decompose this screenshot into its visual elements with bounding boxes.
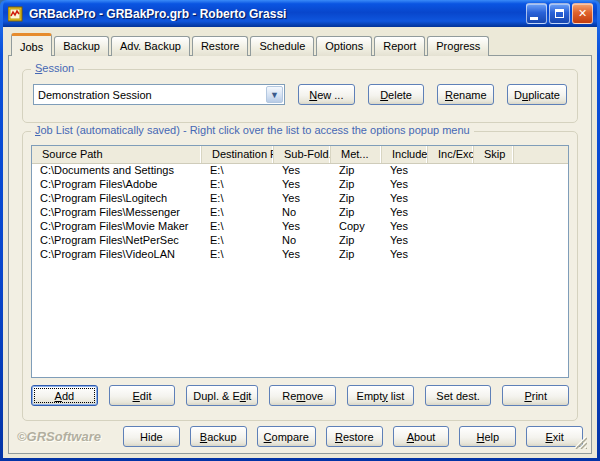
table-row[interactable]: C:\Program Files\Messenger E:\ No Zip Ye… (32, 206, 568, 220)
cell-dest: E:\ (202, 206, 274, 220)
duplicate-session-button[interactable]: Duplicate (507, 84, 567, 105)
set-destination-button[interactable]: Set dest. (425, 385, 492, 406)
cell-source: C:\Program Files\Messenger (32, 206, 202, 220)
cell-skip (474, 192, 514, 206)
jobs-tab-page: Session Demonstration Session ▼ New ... … (8, 55, 592, 454)
job-list-header: Source Path Destination P... Sub-Fold...… (32, 146, 568, 164)
rename-session-button[interactable]: Rename (437, 84, 494, 105)
column-header-method[interactable]: Met... (331, 146, 382, 163)
remove-button[interactable]: Remove (269, 385, 336, 406)
session-combobox[interactable]: Demonstration Session ▼ (33, 84, 285, 105)
cell-include: Yes (382, 164, 428, 178)
cell-skip (474, 248, 514, 262)
cell-incexc (428, 206, 474, 220)
tab-restore[interactable]: Restore (192, 36, 249, 56)
about-button[interactable]: About (393, 426, 450, 447)
job-list-table[interactable]: Source Path Destination P... Sub-Fold...… (31, 145, 569, 378)
tab-report[interactable]: Report (374, 36, 425, 56)
cell-method: Copy (331, 220, 382, 234)
cell-include: Yes (382, 220, 428, 234)
close-icon: ✕ (578, 7, 587, 20)
cell-incexc (428, 234, 474, 248)
cell-dest: E:\ (202, 248, 274, 262)
cell-source: C:\Program Files\VideoLAN (32, 248, 202, 262)
tab-progress[interactable]: Progress (427, 36, 489, 56)
table-row[interactable]: C:\Program Files\Logitech E:\ Yes Zip Ye… (32, 192, 568, 206)
cell-skip (474, 206, 514, 220)
cell-subfolders: Yes (274, 178, 331, 192)
client-area: Jobs Backup Adv. Backup Restore Schedule… (3, 27, 597, 458)
restore-button[interactable]: Restore (326, 426, 383, 447)
column-header-include[interactable]: Include (382, 146, 428, 163)
table-row[interactable]: C:\Program Files\NetPerSec E:\ No Zip Ye… (32, 234, 568, 248)
grsoftware-logo: ©GRSoftware (17, 429, 113, 444)
cell-dest: E:\ (202, 234, 274, 248)
job-list-group: Job List (automatically saved) - Right c… (22, 131, 578, 421)
new-session-button[interactable]: New ... (298, 84, 355, 105)
session-combobox-value: Demonstration Session (34, 89, 265, 101)
cell-include: Yes (382, 206, 428, 220)
resize-grip[interactable] (574, 436, 587, 449)
cell-incexc (428, 220, 474, 234)
tab-options[interactable]: Options (316, 36, 372, 56)
empty-list-button[interactable]: Empty list (347, 385, 414, 406)
cell-method: Zip (331, 178, 382, 192)
cell-include: Yes (382, 234, 428, 248)
maximize-button[interactable] (549, 3, 570, 24)
tab-backup[interactable]: Backup (54, 36, 109, 56)
cell-subfolders: No (274, 234, 331, 248)
delete-session-button[interactable]: Delete (368, 84, 425, 105)
cell-dest: E:\ (202, 164, 274, 178)
backup-button[interactable]: Backup (190, 426, 247, 447)
cell-subfolders: Yes (274, 164, 331, 178)
cell-skip (474, 234, 514, 248)
tab-jobs[interactable]: Jobs (11, 33, 52, 56)
cell-subfolders: Yes (274, 220, 331, 234)
column-header-destination[interactable]: Destination P... (202, 146, 274, 163)
footer-bar: ©GRSoftware Hide Backup Compare Restore … (17, 426, 583, 447)
tab-strip: Jobs Backup Adv. Backup Restore Schedule… (3, 33, 597, 56)
add-button[interactable]: Add (31, 385, 98, 406)
cell-source: C:\Program Files\NetPerSec (32, 234, 202, 248)
table-row[interactable]: C:\Program Files\Adobe E:\ Yes Zip Yes (32, 178, 568, 192)
close-button[interactable]: ✕ (572, 3, 593, 24)
cell-method: Zip (331, 234, 382, 248)
tab-adv-backup[interactable]: Adv. Backup (111, 36, 190, 56)
cell-method: Zip (331, 206, 382, 220)
cell-skip (474, 178, 514, 192)
column-header-source-path[interactable]: Source Path (32, 146, 202, 163)
table-row[interactable]: C:\Program Files\VideoLAN E:\ Yes Zip Ye… (32, 248, 568, 262)
table-row[interactable]: C:\Documents and Settings E:\ Yes Zip Ye… (32, 164, 568, 178)
cell-incexc (428, 248, 474, 262)
cell-subfolders: Yes (274, 248, 331, 262)
minimize-button[interactable] (526, 3, 547, 24)
duplicate-and-edit-button[interactable]: Dupl. & Edit (186, 385, 258, 406)
hide-button[interactable]: Hide (123, 426, 180, 447)
session-group-label: Session (31, 62, 78, 74)
print-button[interactable]: Print (502, 385, 569, 406)
column-header-incexc[interactable]: Inc/Exc (428, 146, 474, 163)
grbackpro-app-icon (8, 6, 24, 22)
cell-method: Zip (331, 164, 382, 178)
minimize-icon (530, 17, 538, 20)
cell-source: C:\Program Files\Adobe (32, 178, 202, 192)
column-header-subfolders[interactable]: Sub-Fold... (274, 146, 331, 163)
cell-include: Yes (382, 178, 428, 192)
tab-schedule[interactable]: Schedule (250, 36, 314, 56)
cell-skip (474, 164, 514, 178)
maximize-icon (555, 9, 564, 18)
app-window: GRBackPro - GRBakPro.grb - Roberto Grass… (0, 0, 600, 461)
column-header-skip[interactable]: Skip (474, 146, 514, 163)
compare-button[interactable]: Compare (257, 426, 316, 447)
title-bar[interactable]: GRBackPro - GRBakPro.grb - Roberto Grass… (3, 0, 597, 27)
table-row[interactable]: C:\Program Files\Movie Maker E:\ Yes Cop… (32, 220, 568, 234)
cell-subfolders: No (274, 206, 331, 220)
job-list-group-label: Job List (automatically saved) - Right c… (31, 124, 474, 136)
cell-method: Zip (331, 192, 382, 206)
session-group: Session Demonstration Session ▼ New ... … (22, 69, 578, 123)
cell-incexc (428, 164, 474, 178)
help-button[interactable]: Help (459, 426, 516, 447)
cell-incexc (428, 192, 474, 206)
chevron-down-icon[interactable]: ▼ (266, 86, 283, 103)
edit-button[interactable]: Edit (109, 385, 176, 406)
